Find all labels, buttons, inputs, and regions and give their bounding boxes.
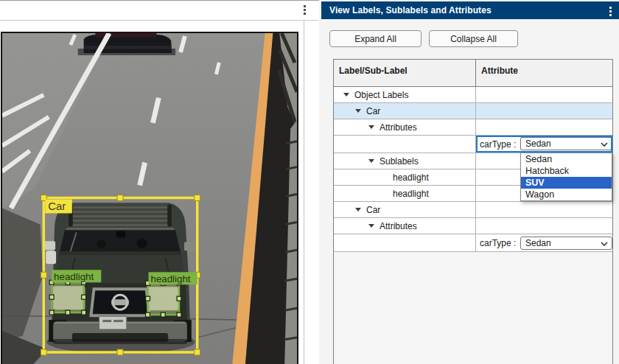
collapse-triangle-icon[interactable]	[355, 109, 361, 113]
tree-row-attributes-2[interactable]: Attributes	[334, 218, 612, 234]
tree-label: headlight	[393, 172, 429, 183]
cartype-dropdown-list: Sedan Hatchback SUV Wagon	[520, 153, 612, 201]
dropdown-option-suv[interactable]: SUV	[521, 177, 612, 189]
side-mirror-right	[184, 242, 196, 251]
select-value: Sedan	[525, 139, 551, 149]
panel-menu-icon[interactable]	[304, 5, 306, 15]
collapse-triangle-icon[interactable]	[355, 208, 361, 211]
labels-tree-table: Label/Sub-Label Attribute Object Labels …	[333, 59, 613, 364]
tree-label: Object Labels	[354, 90, 408, 100]
video-panel: Car headlight	[0, 1, 318, 364]
collapse-triangle-icon[interactable]	[368, 125, 374, 129]
cartype-select-2[interactable]: Sedan	[520, 237, 612, 250]
headlight-label-text: headlight	[150, 273, 190, 284]
labels-attributes-panel: View Labels, Sublabels and Attributes Ex…	[319, 0, 619, 364]
video-panel-header	[0, 1, 318, 21]
attribute-name: carType :	[476, 139, 516, 150]
video-frame: Car headlight	[1, 32, 298, 364]
table-header: Label/Sub-Label Attribute	[334, 60, 612, 87]
expand-all-button[interactable]: Expand All	[329, 30, 422, 47]
chevron-down-icon	[601, 142, 608, 147]
tree-label: Attributes	[380, 122, 417, 133]
dropdown-option-sedan[interactable]: Sedan	[521, 153, 612, 165]
distant-car	[78, 33, 175, 55]
attribute-row-cartype-1: carType : Sedan	[334, 136, 612, 153]
dropdown-option-wagon[interactable]: Wagon	[521, 189, 612, 200]
column-header-attribute: Attribute	[476, 60, 612, 86]
chevron-down-icon	[601, 242, 608, 246]
tree-label: headlight	[393, 189, 429, 199]
car-label-text: Car	[48, 200, 66, 212]
cartype-select-1[interactable]: Sedan	[520, 137, 612, 150]
tree-row-attributes[interactable]: Attributes	[334, 119, 612, 136]
select-value: Sedan	[525, 238, 551, 248]
tree-label: Attributes	[380, 221, 417, 231]
tree-row-car[interactable]: Car	[334, 103, 612, 119]
panel-menu-icon[interactable]	[609, 7, 612, 16]
collapse-triangle-icon[interactable]	[368, 224, 374, 228]
headlight-label-text: headlight	[54, 271, 94, 282]
attribute-name: carType :	[476, 238, 516, 248]
dropdown-option-hatchback[interactable]: Hatchback	[521, 165, 612, 177]
collapse-triangle-icon[interactable]	[368, 159, 374, 163]
tree-row-car-2[interactable]: Car	[334, 202, 612, 218]
tree-label: Car	[366, 205, 380, 215]
tree-label: Sublabels	[380, 156, 419, 167]
tree-row-object-labels[interactable]: Object Labels	[334, 87, 612, 103]
side-mirror-left	[43, 241, 55, 250]
collapse-all-button[interactable]: Collapse All	[429, 30, 518, 47]
license-plate	[99, 316, 127, 329]
panel-title: View Labels, Sublabels and Attributes	[321, 5, 492, 15]
labeler-app: Car headlight	[0, 0, 619, 364]
attribute-row-cartype-2: carType : Sedan	[334, 234, 612, 252]
collapse-triangle-icon[interactable]	[343, 93, 349, 97]
labels-panel-header: View Labels, Sublabels and Attributes	[321, 1, 619, 19]
panel-divider	[304, 21, 304, 364]
tree-label: Car	[366, 106, 380, 116]
column-header-label: Label/Sub-Label	[334, 60, 476, 86]
highway-scene: Car headlight	[2, 33, 297, 364]
